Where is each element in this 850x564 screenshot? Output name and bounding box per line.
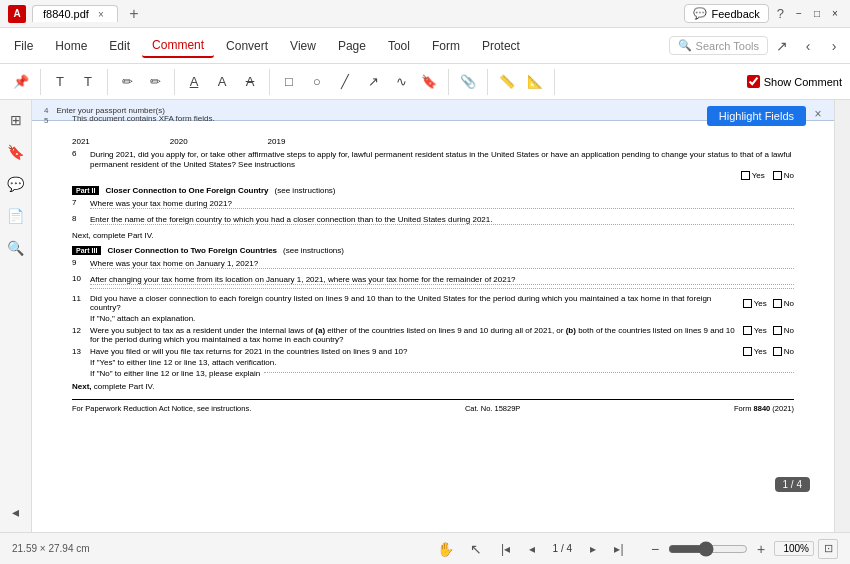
zoom-slider[interactable] [668,541,748,557]
question-12: 12 Were you subject to tax as a resident… [72,326,794,344]
menu-home[interactable]: Home [45,35,97,57]
sidebar-bookmark-icon[interactable]: 🔖 [4,140,28,164]
menu-bar: File Home Edit Comment Convert View Page… [0,28,850,64]
q11-yes-box[interactable] [743,299,752,308]
q12-yes-box[interactable] [743,326,752,335]
menu-protect[interactable]: Protect [472,35,530,57]
minimize-button[interactable]: − [792,7,806,21]
dimensions-label: 21.59 × 27.94 cm [12,543,427,554]
shape-btn[interactable]: □ [276,69,302,95]
right-sidebar [834,100,850,532]
fit-page-button[interactable]: ⊡ [818,539,838,559]
q12-no-box[interactable] [773,326,782,335]
sidebar-collapse-icon[interactable]: ◂ [4,500,28,524]
current-page: 1 [553,543,559,554]
pdf-tab[interactable]: f8840.pdf × [32,5,118,22]
text-btn-2[interactable]: T [75,69,101,95]
q11-no-box[interactable] [773,299,782,308]
show-comment-label: Show Comment [764,76,842,88]
zoom-in-button[interactable]: + [752,540,770,558]
stamp-btn[interactable]: 🔖 [416,69,442,95]
measure-btn[interactable]: 📏 [494,69,520,95]
page-nav-controls: |◂ ◂ 1 / 4 ▸ ▸| [495,538,630,560]
attach-btn[interactable]: 📎 [455,69,481,95]
footer-right: Form 8840 (2021) [734,404,794,413]
next-page-button[interactable]: ▸ [582,538,604,560]
q13-explain: If "No" to either line 12 or line 13, pl… [90,369,794,378]
underline-btn[interactable]: A [181,69,207,95]
nav-back-button[interactable]: ‹ [796,34,820,58]
q11-subtext: If "No," attach an explanation. [90,314,794,323]
shape-btn-4[interactable]: ↗ [360,69,386,95]
q6-yes: Yes [741,171,765,180]
search-tools[interactable]: 🔍 Search Tools [669,36,768,55]
feedback-label: Feedback [711,8,759,20]
maximize-button[interactable]: □ [810,7,824,21]
hand-tool-button[interactable]: ✋ [435,538,457,560]
shape-btn-2[interactable]: ○ [304,69,330,95]
menu-form[interactable]: Form [422,35,470,57]
q10-num: 10 [72,274,84,291]
menu-page[interactable]: Page [328,35,376,57]
q7-text: Where was your tax home during 2021? [90,199,232,208]
part-ii-title: Closer Connection to One Foreign Country [105,186,268,195]
sidebar-comment-icon[interactable]: 💬 [4,172,28,196]
page-badge: 1 / 4 [775,477,810,492]
menu-file[interactable]: File [4,35,43,57]
prev-page-button[interactable]: ◂ [521,538,543,560]
zoom-percentage[interactable]: 100% [774,541,814,556]
q12-yes-row: Yes No [743,326,794,335]
help-icon[interactable]: ? [777,6,784,21]
q13-subtext2: If "No" to either line 12 or line 13, pl… [90,369,260,378]
close-tab-button[interactable]: × [95,8,107,20]
sidebar-page-thumbnail-icon[interactable]: ⊞ [4,108,28,132]
menu-comment[interactable]: Comment [142,34,214,58]
text-btn-1[interactable]: T [47,69,73,95]
q6-yes-box[interactable] [741,171,750,180]
q13-content: Have you filed or will you file tax retu… [90,347,794,378]
sticky-note-button[interactable]: 📌 [8,69,34,95]
menu-convert[interactable]: Convert [216,35,278,57]
q13-no-box[interactable] [773,347,782,356]
comment-toolbar: 📌 T T ✏ ✏ A A A □ ○ ╱ ↗ ∿ 🔖 📎 📏 📐 Show C… [0,64,850,100]
new-tab-button[interactable]: + [124,4,144,24]
q8-content: Enter the name of the foreign country to… [90,214,794,227]
xfa-close-button[interactable]: × [810,106,826,122]
shape-btn-3[interactable]: ╱ [332,69,358,95]
menu-tool[interactable]: Tool [378,35,420,57]
strikethrough-btn[interactable]: A [237,69,263,95]
highlight-btn[interactable]: A [209,69,235,95]
menu-edit[interactable]: Edit [99,35,140,57]
q12-content: Were you subject to tax as a resident un… [90,326,794,344]
shape-btn-5[interactable]: ∿ [388,69,414,95]
zoom-out-button[interactable]: − [646,540,664,558]
q7-line [90,208,794,209]
show-comment-checkbox[interactable] [747,75,760,88]
app-icon: A [8,5,26,23]
feedback-button[interactable]: 💬 Feedback [684,4,768,23]
q11-no: No [773,294,794,312]
highlight-fields-button[interactable]: Highlight Fields [707,106,806,126]
part-iii-subtitle: (see instructions) [283,246,344,255]
draw-btn[interactable]: ✏ [114,69,140,95]
measure-btn-2[interactable]: 📐 [522,69,548,95]
menu-view[interactable]: View [280,35,326,57]
draw-btn-2[interactable]: ✏ [142,69,168,95]
last-page-button[interactable]: ▸| [608,538,630,560]
q13-explain-line [264,372,794,373]
question-6: 6 During 2021, did you apply for, or tak… [72,149,794,180]
q13-yes-box[interactable] [743,347,752,356]
title-bar-right: 💬 Feedback ? − □ × [684,4,842,23]
q6-no-box[interactable] [773,171,782,180]
first-page-button[interactable]: |◂ [495,538,517,560]
select-tool-button[interactable]: ↖ [465,538,487,560]
q7-content: Where was your tax home during 2021? [90,198,794,211]
year-row: 2021 2020 2019 [72,137,794,146]
close-window-button[interactable]: × [828,7,842,21]
sidebar-pages-icon[interactable]: 📄 [4,204,28,228]
sidebar-search-icon[interactable]: 🔍 [4,236,28,260]
share-button[interactable]: ↗ [770,34,794,58]
nav-forward-button[interactable]: › [822,34,846,58]
part-ii-header: Part II Closer Connection to One Foreign… [72,186,794,195]
line-5-num: 5 [44,116,48,125]
